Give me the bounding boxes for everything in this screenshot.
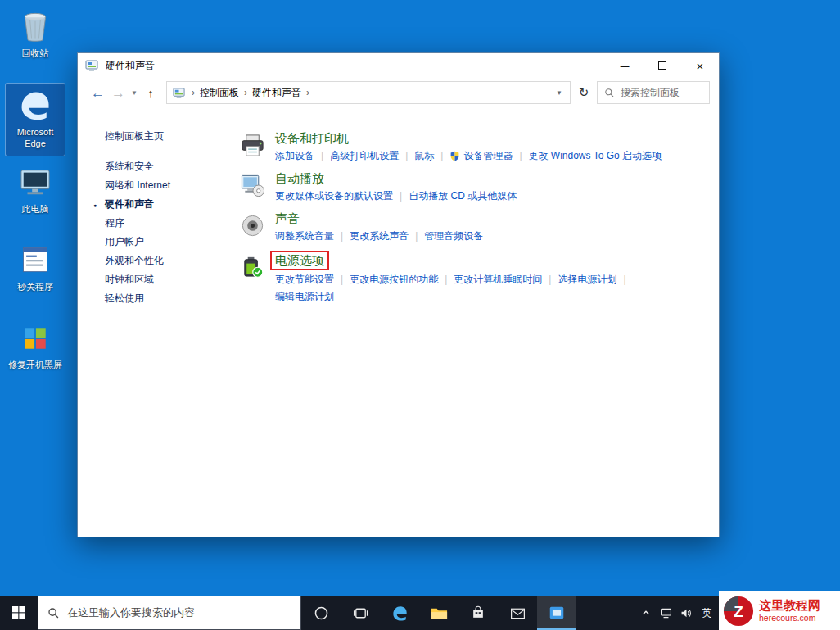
store-button[interactable] [458, 596, 498, 630]
autoplay-icon[interactable] [239, 170, 265, 204]
svg-text:Z: Z [734, 602, 743, 619]
category-3: 电源选项更改节能设置|更改电源按钮的功能|更改计算机睡眠时间|选择电源计划|编辑… [239, 251, 719, 305]
desktop-icon-this-pc[interactable]: 此电脑 [5, 161, 65, 234]
task-link[interactable]: 自动播放 CD 或其他媒体 [409, 188, 517, 204]
back-button[interactable]: ← [88, 86, 108, 100]
recent-pages-dropdown-icon[interactable]: ▼ [129, 89, 140, 97]
task-link[interactable]: 鼠标 [414, 148, 434, 164]
task-link[interactable]: 调整系统音量 [275, 229, 334, 244]
link-separator: | [334, 229, 350, 244]
watermark: Z 这里教程网 herecours.com [719, 591, 840, 630]
forward-button[interactable]: → [108, 86, 129, 100]
edge-icon [17, 87, 53, 125]
breadcrumb-item[interactable]: 硬件和声音 [252, 86, 301, 100]
volume-tray-button[interactable] [676, 596, 697, 630]
task-link[interactable]: 选择电源计划 [558, 272, 616, 288]
taskbar-search-icon [47, 607, 60, 619]
close-button[interactable]: × [681, 53, 719, 78]
window-title: 硬件和声音 [106, 59, 155, 73]
task-link[interactable]: 编辑电源计划 [275, 289, 334, 305]
link-separator: | [393, 188, 409, 204]
titlebar: 硬件和声音 ─ × [78, 53, 719, 78]
edge-taskbar-button[interactable] [380, 596, 419, 630]
ime-indicator[interactable]: 英 [697, 596, 717, 630]
task-link-label: 更改节能设置 [275, 272, 334, 288]
sidebar-item-label: 程序 [105, 217, 124, 229]
task-link[interactable]: 更改媒体或设备的默认设置 [275, 188, 393, 204]
active-app-button[interactable] [537, 596, 576, 630]
power-icon[interactable] [239, 251, 265, 305]
task-link-label: 自动播放 CD 或其他媒体 [409, 188, 517, 204]
task-link[interactable]: 更改计算机睡眠时间 [454, 272, 542, 288]
speaker-icon [680, 606, 693, 620]
breadcrumb-chevron-icon[interactable]: › [187, 87, 200, 98]
taskbar-search-placeholder: 在这里输入你要搜索的内容 [67, 605, 195, 620]
task-link-label: 调整系统音量 [275, 229, 334, 244]
task-link[interactable]: 设备管理器 [449, 148, 513, 164]
category-title-link[interactable]: 电源选项 [270, 251, 329, 270]
task-link-label: 更改 Windows To Go 启动选项 [529, 148, 662, 164]
this-pc-icon [18, 164, 52, 202]
task-link-label: 鼠标 [414, 148, 434, 164]
maximize-button[interactable] [644, 53, 681, 78]
network-tray-button[interactable] [656, 596, 676, 630]
task-link[interactable]: 更改电源按钮的功能 [350, 272, 438, 288]
up-button[interactable]: ↑ [140, 86, 161, 100]
task-link[interactable]: 更改系统声音 [350, 229, 409, 244]
refresh-button[interactable]: ↻ [571, 81, 597, 104]
sidebar-item-label: 外观和个性化 [105, 255, 164, 266]
folder-icon [430, 604, 449, 623]
desktop-icon-quick-close[interactable]: 秒关程序 [5, 238, 65, 312]
minimize-button[interactable]: ─ [606, 53, 644, 78]
task-link-label: 设备管理器 [463, 148, 513, 164]
breadcrumb-chevron-icon[interactable]: › [239, 87, 252, 98]
task-link-label: 更改电源按钮的功能 [350, 272, 438, 288]
sidebar-home-link[interactable]: 控制面板主页 [105, 129, 239, 143]
active-item-bullet: ● [93, 196, 97, 215]
category-title-link[interactable]: 自动播放 [275, 171, 324, 185]
windows-logo-icon [12, 606, 25, 619]
start-button[interactable] [0, 596, 38, 630]
uac-shield-icon [449, 151, 460, 161]
task-link[interactable]: 更改节能设置 [275, 272, 334, 288]
task-link[interactable]: 高级打印机设置 [330, 148, 399, 164]
taskbar-search-input[interactable]: 在这里输入你要搜索的内容 [38, 596, 301, 630]
desktop-icon-fix-boot[interactable]: 修复开机黑屏 [5, 316, 65, 390]
sidebar-item-label: 网络和 Internet [105, 179, 170, 191]
file-explorer-button[interactable] [419, 596, 458, 630]
breadcrumb-chevron-icon[interactable]: › [301, 87, 314, 98]
sidebar-item-label: 硬件和声音 [105, 198, 154, 210]
watermark-logo-icon: Z [723, 596, 754, 627]
control-panel-search-input[interactable]: 搜索控制面板 [597, 81, 710, 104]
task-link[interactable]: 管理音频设备 [424, 229, 483, 244]
sidebar-item-7[interactable]: 轻松使用 [105, 289, 239, 308]
printer-icon[interactable] [239, 130, 265, 164]
sidebar-item-0[interactable]: 系统和安全 [105, 157, 239, 176]
sound-icon[interactable] [239, 211, 265, 244]
sidebar-item-5[interactable]: 外观和个性化 [105, 252, 239, 270]
sidebar-item-6[interactable]: 时钟和区域 [105, 270, 239, 289]
category-title-link[interactable]: 声音 [275, 211, 300, 225]
category-title-link[interactable]: 设备和打印机 [275, 131, 349, 145]
desktop-icon-recycle-bin[interactable]: 回收站 [5, 5, 65, 79]
desktop-icon-edge[interactable]: Microsoft Edge [5, 83, 65, 156]
task-link-label: 高级打印机设置 [330, 148, 399, 164]
link-separator: | [438, 272, 454, 288]
sidebar-item-4[interactable]: 用户帐户 [105, 233, 239, 252]
sidebar-item-2[interactable]: ●硬件和声音 [105, 195, 239, 214]
sidebar-item-1[interactable]: 网络和 Internet [105, 176, 239, 195]
breadcrumb-dropdown-icon[interactable]: ▼ [556, 89, 564, 97]
task-view-button[interactable] [341, 596, 380, 630]
breadcrumb[interactable]: ›控制面板›硬件和声音› ▼ [166, 81, 571, 104]
link-separator: | [409, 229, 424, 244]
sidebar-item-label: 系统和安全 [105, 161, 154, 172]
task-link[interactable]: 添加设备 [275, 148, 314, 164]
breadcrumb-item[interactable]: 控制面板 [200, 86, 239, 100]
maximize-icon [658, 61, 666, 70]
tray-expand-button[interactable] [635, 596, 656, 630]
task-link[interactable]: 更改 Windows To Go 启动选项 [529, 148, 662, 164]
active-app-icon [548, 604, 566, 622]
cortana-button[interactable] [301, 596, 341, 630]
sidebar-item-3[interactable]: 程序 [105, 214, 239, 233]
mail-button[interactable] [498, 596, 537, 630]
